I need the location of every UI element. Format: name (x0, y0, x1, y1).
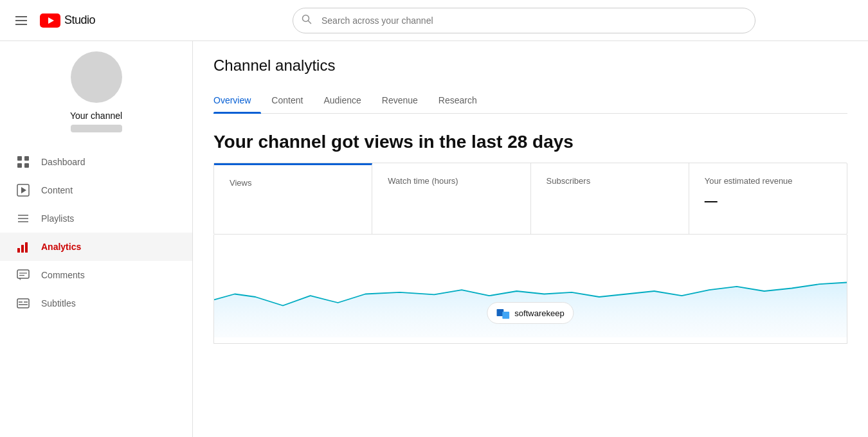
sidebar-item-playlists[interactable]: Playlists (0, 204, 192, 233)
tab-content[interactable]: Content (261, 87, 313, 113)
stats-row: Views Watch time (hours) Subscribers You… (213, 163, 847, 235)
stat-card-watch-time[interactable]: Watch time (hours) (372, 163, 530, 234)
app-header: Studio (0, 0, 868, 41)
channel-name: Your channel (70, 111, 122, 121)
analytics-icon (15, 239, 31, 254)
tab-overview[interactable]: Overview (213, 87, 261, 113)
channel-handle (71, 125, 122, 132)
sidebar-item-label: Content (41, 185, 73, 195)
svg-rect-13 (17, 248, 20, 253)
tab-audience[interactable]: Audience (313, 87, 371, 113)
sidebar-item-label: Analytics (41, 242, 81, 252)
sidebar-item-subtitles[interactable]: Subtitles (0, 289, 192, 317)
main-content: Channel analytics Overview Content Audie… (193, 41, 868, 437)
subtitles-icon (15, 296, 31, 311)
headline-section: Your channel got views in the last 28 da… (213, 114, 847, 163)
stat-card-views[interactable]: Views (214, 163, 372, 234)
svg-rect-7 (24, 163, 29, 168)
svg-rect-5 (24, 156, 29, 161)
watermark: softwarekeep (487, 302, 574, 324)
svg-marker-9 (21, 187, 26, 193)
headline-suffix: views in the last 28 days (365, 132, 574, 152)
svg-line-3 (309, 21, 311, 23)
sidebar-item-content[interactable]: Content (0, 176, 192, 204)
svg-rect-16 (17, 270, 29, 278)
svg-rect-15 (25, 242, 28, 253)
nav-menu: Dashboard Content (0, 148, 192, 317)
chart-area: softwarekeep (213, 235, 847, 344)
sidebar: Your channel Dashboard (0, 41, 193, 437)
stat-label-subscribers: Subscribers (547, 176, 673, 186)
youtube-icon (40, 13, 60, 28)
page-title: Channel analytics (213, 57, 847, 75)
watermark-icon (496, 307, 509, 319)
stat-label-views: Views (230, 178, 356, 188)
sidebar-item-dashboard[interactable]: Dashboard (0, 148, 192, 176)
menu-button[interactable] (10, 11, 32, 30)
stat-label-revenue: Your estimated revenue (705, 176, 831, 186)
playlists-icon (15, 211, 31, 226)
tab-revenue[interactable]: Revenue (372, 87, 428, 113)
content-icon (15, 183, 31, 198)
watermark-text: softwarekeep (514, 308, 564, 318)
tab-research[interactable]: Research (428, 87, 487, 113)
analytics-tabs: Overview Content Audience Revenue Resear… (213, 87, 847, 114)
logo-text: Studio (64, 13, 95, 27)
stat-card-subscribers[interactable]: Subscribers (531, 163, 689, 234)
stat-label-watch-time: Watch time (hours) (388, 176, 514, 186)
sidebar-item-label: Dashboard (41, 157, 86, 167)
stat-card-revenue[interactable]: Your estimated revenue — (689, 163, 847, 234)
svg-rect-25 (502, 312, 509, 319)
search-bar (293, 8, 755, 33)
svg-rect-14 (21, 245, 24, 253)
search-input[interactable] (293, 8, 755, 33)
avatar (71, 51, 122, 103)
chart-svg (214, 245, 847, 343)
sidebar-item-label: Comments (41, 270, 85, 280)
svg-rect-4 (17, 156, 22, 161)
sidebar-item-comments[interactable]: Comments (0, 261, 192, 289)
sidebar-item-label: Playlists (41, 213, 74, 224)
logo[interactable]: Studio (40, 13, 95, 28)
stat-value-revenue: — (705, 193, 831, 208)
headline-prefix: Your channel got (213, 132, 359, 152)
comments-icon (15, 267, 31, 283)
sidebar-item-label: Subtitles (41, 298, 76, 308)
header-left: Studio (10, 11, 190, 30)
dashboard-icon (15, 154, 31, 170)
sidebar-item-analytics[interactable]: Analytics (0, 233, 192, 261)
app-body: Your channel Dashboard (0, 0, 868, 437)
search-icon (302, 14, 312, 27)
svg-rect-20 (17, 299, 29, 308)
svg-rect-6 (17, 163, 22, 168)
